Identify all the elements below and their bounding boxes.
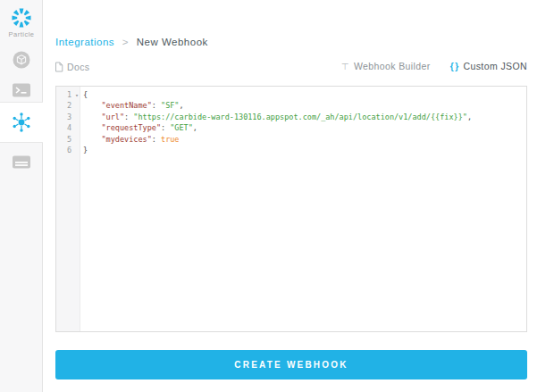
line-number: 3 (56, 112, 80, 122)
code-line[interactable]: "url": "https://carbide-ward-130116.apps… (83, 112, 526, 122)
code-line[interactable]: } (83, 145, 526, 155)
tab-custom-json[interactable]: { } Custom JSON (450, 61, 527, 71)
breadcrumb: Integrations > New Webhook (55, 37, 208, 47)
terminal-icon (12, 82, 31, 98)
code-line[interactable]: "requestType": "GET", (83, 122, 526, 133)
tab-label: Custom JSON (464, 61, 528, 71)
breadcrumb-integrations-link[interactable]: Integrations (55, 37, 114, 47)
editor-code[interactable]: { "eventName": "SF", "url": "https://car… (80, 87, 526, 331)
sidebar-item-sim-cards[interactable] (0, 146, 43, 177)
code-line[interactable]: "mydevices": true (83, 134, 526, 145)
line-number: 5 (56, 134, 80, 145)
particle-star-icon[interactable] (0, 7, 43, 29)
docs-link[interactable]: Docs (55, 62, 90, 72)
hub-icon (11, 112, 32, 133)
docs-label: Docs (67, 62, 90, 72)
tab-label: Webhook Builder (354, 61, 431, 71)
create-webhook-button[interactable]: CREATE WEBHOOK (55, 350, 527, 379)
braces-icon: { } (450, 62, 459, 71)
line-number: 2 (56, 100, 80, 111)
sidebar-item-console[interactable] (0, 75, 43, 105)
line-number: 4 (56, 122, 80, 133)
line-number: 1▾ (56, 89, 80, 100)
document-icon (55, 62, 63, 72)
new-webhook-page: Particle (0, 0, 554, 392)
sim-card-icon (12, 154, 31, 170)
page-title: New Webhook (137, 37, 208, 47)
line-number: 6 (56, 145, 80, 155)
tab-webhook-builder[interactable]: ⊤ Webhook Builder (341, 61, 431, 71)
sidebar-item-integrations[interactable] (0, 102, 43, 143)
sidebar-item-devices[interactable] (0, 45, 43, 75)
view-tabs: ⊤ Webhook Builder { } Custom JSON (341, 61, 527, 71)
code-line[interactable]: { (83, 89, 526, 100)
code-line[interactable]: "eventName": "SF", (83, 100, 526, 111)
breadcrumb-separator: > (122, 37, 129, 47)
editor-gutter: 1▾23456 (56, 87, 80, 331)
sidebar: Particle (0, 0, 43, 392)
code-editor[interactable]: 1▾23456 { "eventName": "SF", "url": "htt… (55, 86, 527, 332)
brand-name: Particle (0, 30, 43, 38)
builder-icon: ⊤ (341, 62, 349, 71)
cube-icon (12, 50, 31, 70)
